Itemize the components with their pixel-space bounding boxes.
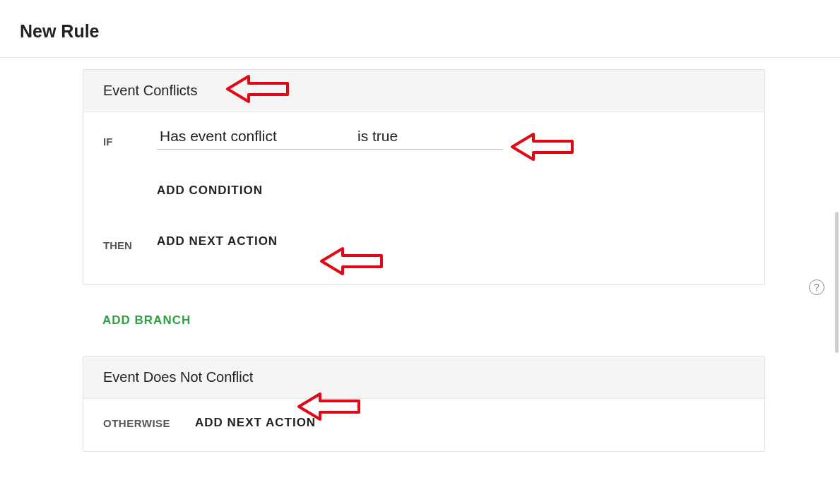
annotation-arrow-4 bbox=[295, 391, 363, 422]
scrollbar[interactable] bbox=[835, 212, 839, 353]
branch-body: IF Has event conflict is true ADD CONDIT… bbox=[83, 112, 764, 284]
add-condition-button[interactable]: ADD CONDITION bbox=[157, 184, 263, 198]
if-keyword: IF bbox=[103, 126, 143, 151]
branch-header[interactable]: Event Conflicts bbox=[83, 70, 764, 112]
help-icon[interactable]: ? bbox=[809, 280, 824, 295]
condition-operator[interactable]: is true bbox=[357, 128, 398, 145]
title-divider bbox=[0, 57, 840, 58]
annotation-arrow-1 bbox=[224, 73, 292, 104]
then-keyword: THEN bbox=[103, 234, 143, 255]
condition-field[interactable]: Has event conflict bbox=[160, 128, 357, 145]
add-branch-button[interactable]: ADD BRANCH bbox=[83, 313, 191, 328]
otherwise-row: OTHERWISE ADD NEXT ACTION bbox=[103, 416, 745, 430]
branch-card-event-not-conflict: Event Does Not Conflict OTHERWISE ADD NE… bbox=[83, 356, 765, 452]
then-content: ADD NEXT ACTION bbox=[143, 234, 745, 248]
add-next-action-button[interactable]: ADD NEXT ACTION bbox=[157, 234, 278, 248]
branch-body-otherwise: OTHERWISE ADD NEXT ACTION bbox=[83, 399, 764, 451]
otherwise-keyword: OTHERWISE bbox=[103, 417, 195, 429]
page-title: New Rule bbox=[0, 0, 840, 57]
then-row: THEN ADD NEXT ACTION bbox=[103, 234, 745, 255]
condition-line[interactable]: Has event conflict is true bbox=[157, 126, 503, 150]
annotation-arrow-3 bbox=[318, 246, 386, 277]
if-row: IF Has event conflict is true ADD CONDIT… bbox=[103, 126, 745, 226]
branch-header-otherwise[interactable]: Event Does Not Conflict bbox=[83, 356, 764, 399]
branch-card-event-conflicts: Event Conflicts IF Has event conflict is… bbox=[83, 69, 765, 285]
content-area: Event Conflicts IF Has event conflict is… bbox=[83, 69, 765, 452]
annotation-arrow-2 bbox=[509, 131, 576, 162]
help-icon-glyph: ? bbox=[814, 282, 820, 293]
if-content: Has event conflict is true ADD CONDITION bbox=[143, 126, 745, 226]
